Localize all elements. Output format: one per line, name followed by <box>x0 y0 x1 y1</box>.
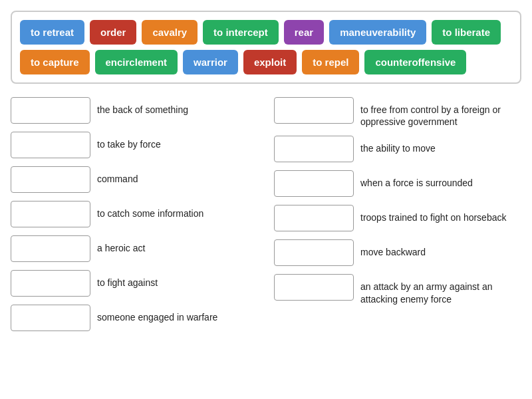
match-row-left-7: someone engaged in warfare <box>11 305 258 331</box>
answer-box-right-5[interactable] <box>274 239 354 266</box>
word-tile-to-capture[interactable]: to capture <box>20 50 90 74</box>
match-row-left-5: a heroic act <box>11 235 258 262</box>
definition-left-6: to fight against <box>97 270 158 289</box>
left-column: the back of somethingto take by forcecom… <box>11 97 258 339</box>
word-tile-rear[interactable]: rear <box>284 20 324 45</box>
answer-box-right-4[interactable] <box>274 205 354 231</box>
match-row-right-5: move backward <box>274 239 521 266</box>
answer-box-left-6[interactable] <box>11 270 90 297</box>
definition-right-5: move backward <box>360 239 426 258</box>
word-tile-exploit[interactable]: exploit <box>243 50 297 74</box>
word-tile-to-repel[interactable]: to repel <box>302 50 359 74</box>
answer-box-right-6[interactable] <box>274 274 354 301</box>
definition-right-6: an attack by an army against an attackin… <box>360 274 521 305</box>
word-bank: to retreatordercavalryto interceptrearma… <box>11 11 521 84</box>
answer-box-left-3[interactable] <box>11 166 90 193</box>
match-row-left-3: command <box>11 166 258 193</box>
match-row-right-4: troops trained to fight on horseback <box>274 205 521 231</box>
answer-box-left-7[interactable] <box>11 305 90 331</box>
definition-right-2: the ability to move <box>360 136 436 154</box>
definition-right-1: to free from control by a foreign or opp… <box>360 97 521 128</box>
match-row-left-4: to catch some information <box>11 201 258 227</box>
word-tile-to-retreat[interactable]: to retreat <box>20 20 84 45</box>
answer-box-right-3[interactable] <box>274 170 354 197</box>
answer-box-left-2[interactable] <box>11 132 90 158</box>
definition-right-4: troops trained to fight on horseback <box>360 205 506 223</box>
match-row-right-1: to free from control by a foreign or opp… <box>274 97 521 128</box>
matching-area: the back of somethingto take by forcecom… <box>11 97 521 339</box>
match-row-right-6: an attack by an army against an attackin… <box>274 274 521 305</box>
definition-left-5: a heroic act <box>97 235 145 254</box>
definition-left-7: someone engaged in warfare <box>97 305 217 323</box>
definition-left-3: command <box>97 166 138 185</box>
word-tile-maneuverability[interactable]: maneuverability <box>329 20 426 45</box>
match-row-right-3: when a force is surrounded <box>274 170 521 197</box>
match-row-right-2: the ability to move <box>274 136 521 162</box>
answer-box-right-1[interactable] <box>274 97 354 124</box>
word-tile-warrior[interactable]: warrior <box>183 50 238 74</box>
definition-left-4: to catch some information <box>97 201 203 219</box>
answer-box-right-2[interactable] <box>274 136 354 162</box>
answer-box-left-5[interactable] <box>11 235 90 262</box>
word-tile-counteroffensive[interactable]: counteroffensive <box>364 50 466 74</box>
match-row-left-6: to fight against <box>11 270 258 297</box>
word-tile-encirclement[interactable]: encirclement <box>95 50 178 74</box>
word-tile-to-intercept[interactable]: to intercept <box>203 20 279 45</box>
match-row-left-2: to take by force <box>11 132 258 158</box>
right-column: to free from control by a foreign or opp… <box>274 97 521 339</box>
answer-box-left-4[interactable] <box>11 201 90 227</box>
word-tile-order[interactable]: order <box>90 20 136 45</box>
definition-left-2: to take by force <box>97 132 161 150</box>
word-tile-to-liberate[interactable]: to liberate <box>432 20 501 45</box>
definition-right-3: when a force is surrounded <box>360 170 473 189</box>
word-tile-cavalry[interactable]: cavalry <box>142 20 198 45</box>
answer-box-left-1[interactable] <box>11 97 90 124</box>
definition-left-1: the back of something <box>97 97 188 116</box>
match-row-left-1: the back of something <box>11 97 258 124</box>
